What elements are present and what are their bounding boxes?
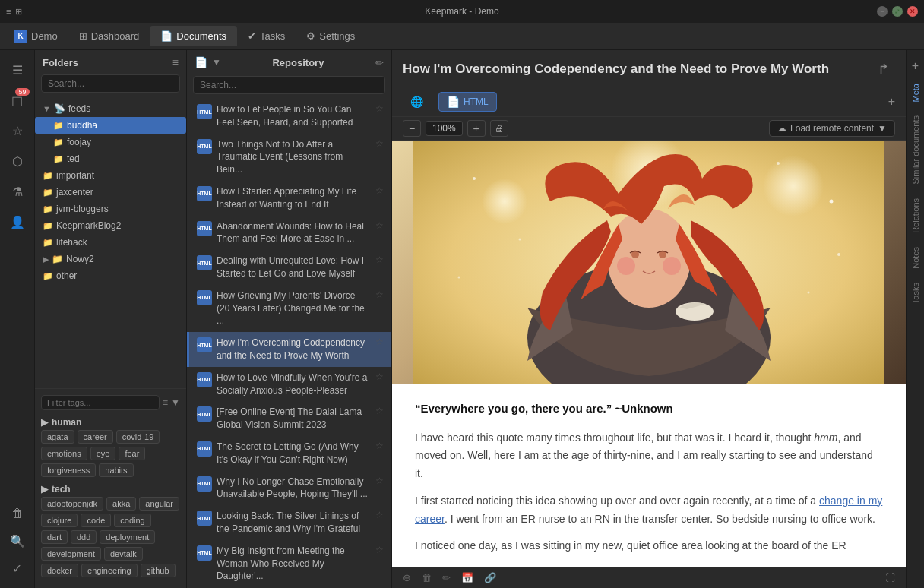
- tag-chip-engineering[interactable]: engineering: [81, 564, 138, 577]
- bottom-link-icon[interactable]: 🔗: [481, 571, 499, 585]
- meta-tab-notes[interactable]: Notes: [908, 241, 923, 275]
- tab-tasks[interactable]: ✔ Tasks: [237, 26, 296, 46]
- tag-chip-emotions[interactable]: emotions: [41, 447, 87, 460]
- folders-menu-icon[interactable]: ≡: [172, 56, 179, 68]
- list-item[interactable]: HTML The Secret to Letting Go (And Why I…: [187, 436, 391, 471]
- maximize-button[interactable]: ⤢: [892, 6, 903, 17]
- tag-chip-development[interactable]: development: [41, 547, 101, 561]
- folders-search-input[interactable]: [41, 74, 180, 93]
- tag-chip-covid19[interactable]: covid-19: [116, 430, 160, 444]
- list-item[interactable]: HTML How I'm Overcoming Codependency and…: [187, 332, 391, 367]
- user-button[interactable]: 👤: [4, 208, 31, 236]
- bottom-add-icon[interactable]: ⊕: [400, 571, 414, 585]
- close-button[interactable]: ✕: [907, 6, 918, 17]
- bottom-edit-icon[interactable]: ✏: [439, 571, 454, 585]
- doc-share-button[interactable]: ↱: [872, 58, 895, 81]
- bottom-trash-icon[interactable]: 🗑: [419, 571, 435, 585]
- list-item[interactable]: HTML How I Started Appreciating My Life …: [187, 181, 391, 216]
- tag-chip-docker[interactable]: docker: [41, 564, 78, 577]
- inbox-button[interactable]: ◫ 59: [4, 87, 31, 114]
- repo-item-star[interactable]: ☆: [375, 337, 384, 347]
- repo-chevron-icon[interactable]: ▼: [212, 57, 221, 68]
- folder-item-buddha[interactable]: 📁 buddha: [35, 117, 186, 134]
- tag-chip-code[interactable]: code: [81, 514, 111, 527]
- tag-chip-clojure[interactable]: clojure: [41, 514, 78, 527]
- list-item[interactable]: HTML How to Let People in So You Can Fee…: [187, 99, 391, 134]
- tags-sort-icon[interactable]: ≡: [163, 397, 168, 408]
- list-item[interactable]: HTML How to Love Mindfully When You're a…: [187, 367, 391, 402]
- folder-item-jaxcenter[interactable]: 📁 jaxcenter: [35, 184, 186, 201]
- tag-chip-forgiveness[interactable]: forgiveness: [41, 463, 96, 477]
- repo-item-star[interactable]: ☆: [375, 476, 384, 486]
- tag-chip-ddd[interactable]: ddd: [71, 530, 97, 544]
- trash-button[interactable]: 🗑: [4, 500, 31, 527]
- tag-chip-habits[interactable]: habits: [99, 463, 133, 477]
- repo-item-star[interactable]: ☆: [375, 289, 384, 300]
- starred-button[interactable]: ☆: [4, 117, 31, 144]
- folder-item-nowy2[interactable]: ▶ 📁 Nowy2: [35, 251, 186, 267]
- repo-edit-icon[interactable]: ✏: [375, 57, 384, 68]
- tag-chip-adoptopenjdk[interactable]: adoptopenjdk: [41, 497, 103, 511]
- meta-tab-relations[interactable]: Relations: [908, 192, 923, 239]
- tag-chip-career[interactable]: career: [78, 430, 113, 444]
- repo-item-star[interactable]: ☆: [375, 185, 384, 196]
- meta-tab-tasks[interactable]: Tasks: [908, 277, 923, 310]
- doc-content[interactable]: “Everywhere you go, there you are.” ~Unk…: [392, 141, 906, 567]
- doc-add-icon[interactable]: +: [888, 95, 895, 109]
- folder-item-feeds[interactable]: ▼ 📡 feeds: [35, 100, 186, 117]
- folder-item-lifehack[interactable]: 📁 lifehack: [35, 234, 186, 251]
- bottom-calendar-icon[interactable]: 📅: [458, 571, 476, 585]
- tag-chip-agata[interactable]: agata: [41, 430, 74, 444]
- tag-chip-deployment[interactable]: deployment: [100, 530, 155, 544]
- tab-settings[interactable]: ⚙ Settings: [296, 26, 365, 46]
- filter-button[interactable]: ⚗: [4, 178, 31, 205]
- repo-add-icon[interactable]: 📄: [195, 56, 207, 68]
- list-item[interactable]: HTML My Big Insight from Meeting the Wom…: [187, 540, 391, 587]
- repo-item-star[interactable]: ☆: [375, 406, 384, 416]
- zoom-in-button[interactable]: +: [467, 120, 486, 137]
- list-item[interactable]: HTML How Grieving My Parents' Divorce (2…: [187, 285, 391, 332]
- doc-tab-web[interactable]: 🌐: [403, 93, 431, 111]
- hamburger-button[interactable]: ☰: [4, 56, 31, 84]
- repo-item-star[interactable]: ☆: [375, 510, 384, 520]
- minimize-button[interactable]: −: [877, 6, 888, 17]
- repo-item-star[interactable]: ☆: [375, 220, 384, 231]
- search-global-button[interactable]: 🔍: [4, 527, 31, 555]
- tab-documents[interactable]: 📄 Documents: [150, 26, 237, 46]
- meta-tab-meta[interactable]: Meta: [908, 77, 923, 108]
- repo-item-star[interactable]: ☆: [375, 441, 384, 451]
- tag-group-human-header[interactable]: ▶ human: [41, 415, 180, 430]
- list-item[interactable]: HTML Two Things Not to Do After a Trauma…: [187, 134, 391, 181]
- list-item[interactable]: HTML Why I No Longer Chase Emotionally U…: [187, 471, 391, 506]
- list-item[interactable]: HTML Dealing with Unrequited Love: How I…: [187, 250, 391, 285]
- tag-chip-eye[interactable]: eye: [90, 447, 116, 460]
- tag-chip-dart[interactable]: dart: [41, 530, 68, 544]
- tab-demo[interactable]: K Demo: [3, 25, 68, 48]
- bottom-fullscreen-icon[interactable]: ⛶: [882, 571, 898, 585]
- repo-item-star[interactable]: ☆: [375, 103, 384, 114]
- print-button[interactable]: 🖨: [490, 120, 508, 137]
- tags-button[interactable]: ⬡: [4, 147, 31, 175]
- doc-career-link[interactable]: change in my career: [415, 495, 882, 525]
- tag-chip-fear[interactable]: fear: [119, 447, 145, 460]
- meta-tab-similar[interactable]: Similar documents: [908, 109, 923, 190]
- repo-search-input[interactable]: [193, 76, 385, 94]
- folder-item-important[interactable]: 📁 important: [35, 167, 186, 184]
- tag-chip-akka[interactable]: akka: [106, 497, 136, 511]
- meta-add-button[interactable]: +: [909, 56, 922, 76]
- folder-item-foojay[interactable]: 📁 foojay: [35, 134, 186, 150]
- tags-expand-icon[interactable]: ▼: [171, 397, 180, 408]
- list-item[interactable]: HTML Looking Back: The Silver Linings of…: [187, 505, 391, 540]
- folder-item-ted[interactable]: 📁 ted: [35, 150, 186, 167]
- zoom-out-button[interactable]: −: [403, 120, 421, 137]
- repo-item-star[interactable]: ☆: [375, 254, 384, 265]
- load-remote-button[interactable]: ☁ Load remote content ▼: [769, 120, 895, 137]
- repo-item-star[interactable]: ☆: [375, 138, 384, 149]
- tag-group-tech-header[interactable]: ▶ tech: [41, 482, 180, 497]
- list-item[interactable]: HTML Abandonment Wounds: How to Heal The…: [187, 216, 391, 251]
- tags-filter-input[interactable]: [41, 395, 160, 410]
- tag-chip-coding[interactable]: coding: [114, 514, 150, 527]
- list-item[interactable]: HTML [Free Online Event] The Dalai Lama …: [187, 401, 391, 436]
- tab-dashboard[interactable]: ⊞ Dashboard: [68, 26, 150, 46]
- doc-tab-html[interactable]: 📄 HTML: [438, 92, 497, 112]
